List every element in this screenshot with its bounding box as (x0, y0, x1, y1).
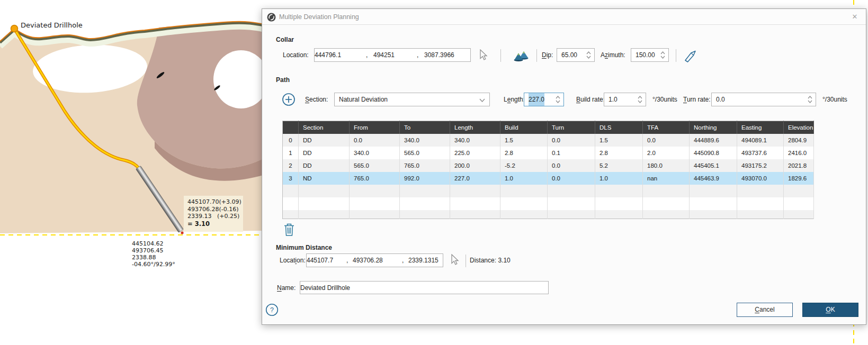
table-cell[interactable]: DD (299, 134, 350, 147)
table-cell[interactable] (350, 185, 400, 197)
cancel-button[interactable]: Cancel (737, 303, 793, 317)
table-cell[interactable]: DD (299, 159, 350, 172)
table-row[interactable]: 2DD565.0765.0200.0-5.20.05.2180.0445405.… (283, 159, 814, 172)
draw-orientation-pencil-icon[interactable] (683, 48, 699, 62)
table-cell[interactable] (643, 197, 690, 210)
help-button[interactable]: ? (265, 303, 279, 316)
table-cell[interactable] (500, 197, 548, 210)
turn-rate-value[interactable]: 0.0 (716, 93, 725, 106)
table-cell[interactable]: 340.0 (450, 134, 500, 147)
table-cell[interactable]: 2804.9 (784, 134, 814, 147)
delete-section-trash-icon[interactable] (283, 223, 296, 237)
table-cell[interactable]: 200.0 (450, 159, 500, 172)
table-cell[interactable]: 765.0 (400, 159, 450, 172)
collar-z-value[interactable]: 3087.3966 (424, 49, 454, 61)
name-input[interactable]: Deviated Drillhole (300, 281, 549, 294)
table-cell[interactable]: -5.2 (500, 159, 548, 172)
length-value[interactable]: 227.0 (529, 93, 544, 106)
table-cell[interactable]: nan (643, 172, 690, 185)
table-cell[interactable]: 340.0 (350, 147, 400, 159)
table-cell[interactable]: 1.5 (500, 134, 548, 147)
azimuth-value[interactable]: 150.00 (636, 49, 655, 61)
table-cell[interactable]: 2021.8 (784, 159, 814, 172)
table-cell[interactable]: 2.0 (643, 147, 690, 159)
table-cell[interactable] (299, 210, 350, 219)
table-cell[interactable] (737, 210, 784, 219)
table-cell[interactable]: 0 (283, 134, 299, 147)
dip-spinbox[interactable]: 65.00 (557, 48, 595, 62)
table-cell[interactable] (400, 185, 450, 197)
table-cell[interactable]: 444889.6 (690, 134, 737, 147)
table-cell[interactable] (784, 185, 814, 197)
table-cell[interactable] (400, 210, 450, 219)
table-cell[interactable] (450, 185, 500, 197)
dip-value[interactable]: 65.00 (561, 49, 577, 61)
table-cell[interactable] (500, 210, 548, 219)
table-cell[interactable]: 3 (283, 172, 299, 185)
table-cell[interactable] (548, 185, 595, 197)
table-cell[interactable]: 225.0 (450, 147, 500, 159)
pick-min-distance-cursor-icon[interactable] (450, 254, 460, 267)
table-cell[interactable]: 340.0 (400, 134, 450, 147)
collar-location-input[interactable]: 444796.1 , 494251 , 3087.3966 (314, 48, 471, 62)
min-distance-x-value[interactable]: 445107.7 (307, 254, 346, 267)
table-cell[interactable] (737, 185, 784, 197)
min-distance-z-value[interactable]: 2339.1315 (408, 254, 439, 267)
table-cell[interactable]: 765.0 (350, 172, 400, 185)
table-cell[interactable] (595, 210, 643, 219)
table-cell[interactable]: 1 (283, 147, 299, 159)
table-cell[interactable] (595, 185, 643, 197)
table-cell[interactable] (690, 210, 737, 219)
table-cell[interactable]: 494089.1 (737, 134, 784, 147)
table-cell[interactable] (283, 210, 299, 219)
table-cell[interactable] (643, 185, 690, 197)
table-cell[interactable] (548, 210, 595, 219)
table-row[interactable] (283, 185, 814, 197)
build-rate-value[interactable]: 1.0 (609, 93, 618, 106)
table-cell[interactable] (500, 185, 548, 197)
collar-y-value[interactable]: 494251 (373, 49, 417, 61)
build-rate-spinbox[interactable]: 1.0 (604, 93, 646, 106)
length-spinbox[interactable]: 227.0 (524, 93, 564, 106)
dialog-titlebar[interactable]: Multiple Deviation Planning ✕ (262, 9, 866, 25)
table-cell[interactable] (690, 185, 737, 197)
table-cell[interactable] (690, 197, 737, 210)
table-cell[interactable]: 1.0 (595, 172, 643, 185)
table-cell[interactable] (400, 197, 450, 210)
table-cell[interactable]: 445090.8 (690, 147, 737, 159)
table-cell[interactable]: 565.0 (350, 159, 400, 172)
table-cell[interactable] (299, 197, 350, 210)
min-distance-location-input[interactable]: 445107.7 , 493706.28 , 2339.1315 (306, 253, 443, 267)
table-cell[interactable]: 1829.6 (784, 172, 814, 185)
table-cell[interactable]: 0.1 (548, 147, 595, 159)
table-cell[interactable] (643, 210, 690, 219)
add-section-button[interactable] (282, 93, 296, 106)
table-cell[interactable]: 493737.6 (737, 147, 784, 159)
table-cell[interactable] (350, 210, 400, 219)
table-cell[interactable] (548, 197, 595, 210)
table-cell[interactable]: 1.5 (595, 134, 643, 147)
table-row[interactable] (283, 210, 814, 219)
min-distance-y-value[interactable]: 493706.28 (353, 254, 402, 267)
place-on-topography-icon[interactable] (513, 49, 529, 62)
turn-rate-spinner[interactable] (808, 95, 813, 105)
table-cell[interactable]: 493175.2 (737, 159, 784, 172)
table-cell[interactable]: 2416.0 (784, 147, 814, 159)
table-cell[interactable]: 0.0 (548, 134, 595, 147)
dip-spinner[interactable] (586, 50, 592, 60)
close-button[interactable]: ✕ (848, 9, 862, 25)
table-cell[interactable]: 1.0 (500, 172, 548, 185)
table-cell[interactable]: 0.0 (643, 134, 690, 147)
table-cell[interactable] (450, 197, 500, 210)
length-spinner[interactable] (556, 95, 561, 105)
table-cell[interactable]: 227.0 (450, 172, 500, 185)
table-cell[interactable]: 493070.0 (737, 172, 784, 185)
table-cell[interactable]: 5.2 (595, 159, 643, 172)
table-row[interactable]: 0DD0.0340.0340.01.50.01.50.0444889.64940… (283, 134, 814, 147)
azimuth-spinner[interactable] (660, 50, 666, 60)
collar-marker[interactable] (11, 25, 18, 32)
table-cell[interactable]: 445405.1 (690, 159, 737, 172)
table-cell[interactable] (299, 185, 350, 197)
ok-button[interactable]: OK (802, 303, 858, 317)
table-cell[interactable] (595, 197, 643, 210)
